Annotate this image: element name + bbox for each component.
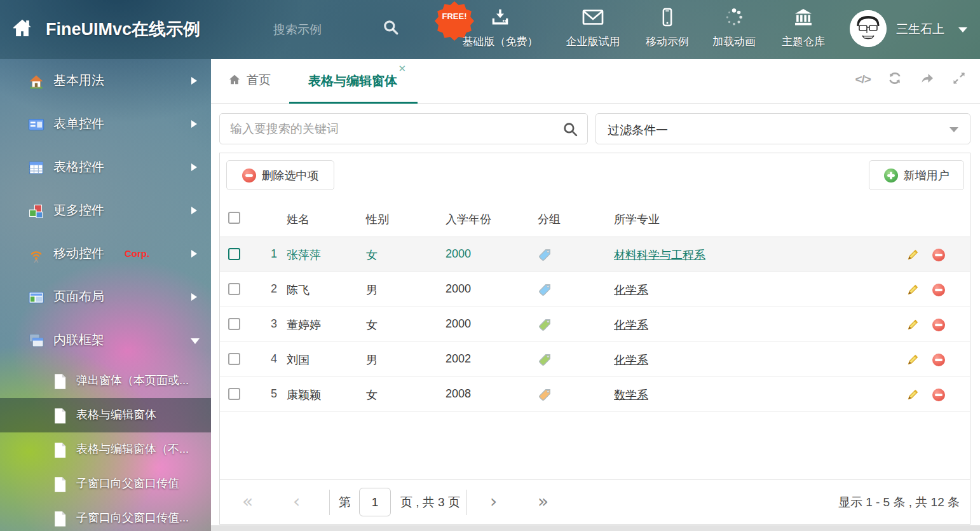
first-page-button[interactable]: « [242,491,253,513]
nav-basic-edition[interactable]: 基础版（免费） [459,8,541,49]
delete-icon[interactable] [932,353,945,366]
add-user-button[interactable]: 新增用户 [869,160,964,190]
sidebar-item-basic-usage[interactable]: 基本用法 [0,59,211,102]
table-row[interactable]: 4 刘国 男 2002 化学系 [220,342,970,377]
search-icon[interactable] [383,19,399,38]
row-checkbox[interactable] [228,248,240,260]
content-footer-strip [211,525,980,531]
nav-label: 主题仓库 [762,34,845,49]
app-header: FineUIMvc在线示例 搜索示例 FREE! 基础版（免费） 企业版试用 移… [0,0,980,59]
tag-icon [538,388,552,405]
chevron-right-icon [191,77,197,85]
table-row[interactable]: 5 康颖颖 女 2008 数学系 [220,377,970,412]
filter-select[interactable]: 过滤条件一 [595,113,970,144]
chevron-down-icon [191,338,200,344]
sidebar-subitem-popup-window[interactable]: 弹出窗体（本页面或... [0,364,211,398]
major-link[interactable]: 化学系 [614,284,648,296]
sidebar-item-form-controls[interactable]: 表单控件 [0,102,211,146]
column-header-group[interactable]: 分组 [538,212,561,227]
page-label-prefix: 第 [339,494,351,511]
sidebar-item-page-layout[interactable]: 页面布局 [0,275,211,319]
nav-enterprise-trial[interactable]: 企业版试用 [552,8,634,49]
column-header-major[interactable]: 所学专业 [614,212,660,227]
sidebar-item-iframe[interactable]: 内联框架 [0,319,211,362]
house-icon [28,73,44,92]
spinner-icon [725,18,744,29]
edit-icon[interactable] [906,248,920,265]
wireless-icon [28,246,44,265]
file-icon [52,476,67,495]
close-icon[interactable]: ✕ [398,63,406,74]
keyword-search-input[interactable] [230,114,554,144]
avatar[interactable] [850,10,887,47]
header-search-input[interactable]: 搜索示例 [273,22,322,38]
sidebar-subitem-child-to-parent[interactable]: 子窗口向父窗口传值 [0,467,211,501]
sidebar-subitem-child-to-parent-2[interactable]: 子窗口向父窗口传值... [0,501,211,531]
tab-toolbar: </> [845,71,970,88]
share-icon[interactable] [916,71,938,88]
major-link[interactable]: 数学系 [614,389,648,401]
view-source-icon[interactable]: </> [852,72,874,86]
row-checkbox[interactable] [228,318,240,330]
bank-icon [793,18,814,29]
app-title: FineUIMvc在线示例 [46,18,200,41]
home-icon[interactable] [10,17,34,41]
tab-grid-edit-window[interactable]: 表格与编辑窗体 ✕ [289,59,418,104]
home-icon [228,73,242,86]
grid-panel: 删除选中项 新增用户 姓名 性别 入学年份 分组 所学专业 1 张萍萍 女 20… [219,153,970,525]
major-link[interactable]: 化学系 [614,354,648,366]
column-header-gender[interactable]: 性别 [366,212,389,227]
sidebar-subitem-grid-edit-window-2[interactable]: 表格与编辑窗体（不... [0,432,211,467]
user-menu[interactable]: 三生石上 [896,21,944,38]
refresh-icon[interactable] [884,71,906,88]
table-row[interactable]: 2 陈飞 男 2000 化学系 [220,272,970,307]
sidebar-item-more-controls[interactable]: 更多控件 [0,189,211,232]
file-icon [52,511,67,530]
chevron-right-icon [191,250,197,258]
next-page-button[interactable]: › [490,491,497,513]
nav-theme-repo[interactable]: 主题仓库 [762,8,845,49]
column-header-name[interactable]: 姓名 [287,212,310,227]
page-label-suffix: 页 , 共 3 页 [400,494,460,511]
prev-page-button[interactable]: ‹ [293,491,300,513]
last-page-button[interactable]: » [538,491,548,513]
delete-icon[interactable] [932,318,945,331]
record-summary: 显示 1 - 5 条 , 共 12 条 [838,494,960,511]
main-content: 首页 表格与编辑窗体 ✕ </> 过滤条件一 [211,59,980,531]
minus-icon [242,169,256,183]
row-checkbox[interactable] [228,283,240,295]
filter-select-value: 过滤条件一 [608,122,668,139]
tab-home[interactable]: 首页 [228,72,271,88]
edit-icon[interactable] [906,353,920,369]
delete-icon[interactable] [932,248,945,261]
frames-icon [28,333,44,352]
row-checkbox[interactable] [228,388,240,400]
edit-icon[interactable] [906,388,920,404]
tag-icon [538,318,552,335]
table-row[interactable]: 1 张萍萍 女 2000 材料科学与工程系 [220,237,970,272]
major-link[interactable]: 材料科学与工程系 [614,249,705,261]
download-icon [489,18,511,29]
expand-icon[interactable] [948,71,970,88]
delete-selected-button[interactable]: 删除选中项 [226,160,334,190]
sidebar-item-mobile-controls[interactable]: 移动控件 Corp. [0,232,211,275]
edit-icon[interactable] [906,318,920,334]
corp-tag: Corp. [125,248,149,259]
row-checkbox[interactable] [228,353,240,365]
table-row[interactable]: 3 董婷婷 女 2000 化学系 [220,307,970,342]
chevron-down-icon [949,127,958,132]
delete-icon[interactable] [932,388,945,401]
search-icon[interactable] [562,121,578,140]
chevron-right-icon [191,207,197,214]
delete-icon[interactable] [932,283,945,296]
chevron-down-icon[interactable] [958,27,967,32]
file-icon [52,408,67,427]
page-number-input[interactable] [359,488,391,516]
nav-label: 企业版试用 [552,34,634,49]
sidebar-subitem-grid-edit-window[interactable]: 表格与编辑窗体 [0,398,211,432]
sidebar-item-grid-controls[interactable]: 表格控件 [0,146,211,189]
column-header-year[interactable]: 入学年份 [446,212,491,227]
major-link[interactable]: 化学系 [614,319,648,331]
select-all-checkbox[interactable] [228,212,240,224]
edit-icon[interactable] [906,283,920,300]
